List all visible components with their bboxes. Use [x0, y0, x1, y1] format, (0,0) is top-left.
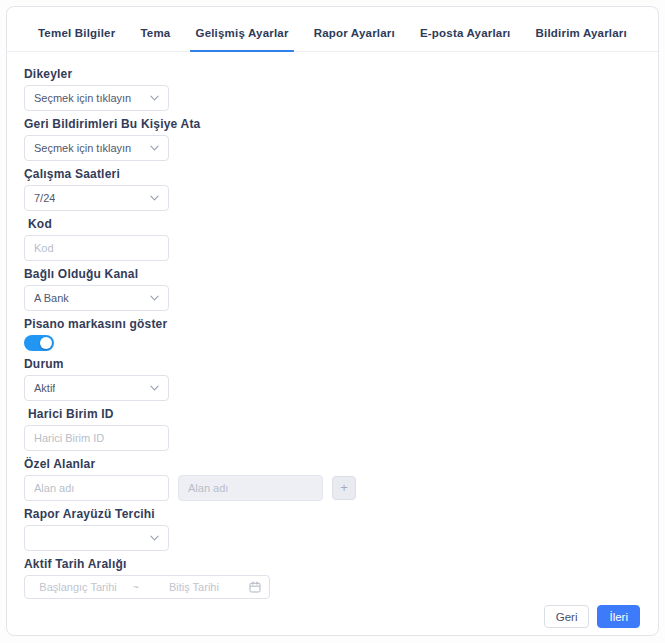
chevron-down-icon: [150, 95, 159, 101]
durum-label: Durum: [24, 357, 169, 371]
durum-select[interactable]: Aktif: [24, 375, 169, 401]
ozel-alanlar-label: Özel Alanlar: [24, 457, 356, 471]
next-button-label: İleri: [609, 611, 628, 623]
dikeyler-select[interactable]: Seçmek için tıklayın: [24, 85, 169, 111]
field-rapor-arayuzu: Rapor Arayüzü Tercihi: [24, 507, 169, 551]
date-range-separator: ~: [131, 582, 141, 593]
calisma-saatleri-label: Çalışma Saatleri: [24, 167, 169, 181]
calisma-saatleri-select-value: 7/24: [34, 192, 55, 204]
tab-rapor-ayarlari[interactable]: Rapor Ayarları: [309, 27, 400, 52]
pisano-marka-label: Pisano markasını göster: [24, 317, 167, 331]
harici-birim-id-input[interactable]: [24, 425, 169, 451]
pisano-marka-toggle[interactable]: [24, 335, 54, 351]
rapor-arayuzu-label: Rapor Arayüzü Tercihi: [24, 507, 169, 521]
plus-icon: +: [340, 480, 348, 495]
bagli-kanal-select[interactable]: A Bank: [24, 285, 169, 311]
back-button-label: Geri: [556, 611, 578, 623]
harici-birim-id-label: Harici Birim ID: [24, 407, 169, 421]
chevron-down-icon: [150, 195, 159, 201]
tab-tema[interactable]: Tema: [135, 27, 175, 52]
field-durum: Durum Aktif: [24, 357, 169, 401]
tab-eposta-ayarlari[interactable]: E-posta Ayarları: [415, 27, 516, 52]
toggle-knob: [40, 337, 52, 349]
end-date-input[interactable]: Bitiş Tarihi: [141, 581, 247, 593]
date-range-picker[interactable]: Başlangıç Tarihi ~ Bitiş Tarihi: [24, 575, 270, 599]
add-custom-field-button[interactable]: +: [332, 476, 356, 500]
chevron-down-icon: [150, 295, 159, 301]
kod-label: Kod: [24, 217, 169, 231]
field-calisma-saatleri: Çalışma Saatleri 7/24: [24, 167, 169, 211]
chevron-down-icon: [150, 385, 159, 391]
bagli-kanal-label: Bağlı Olduğu Kanal: [24, 267, 169, 281]
durum-select-value: Aktif: [34, 382, 55, 394]
tarih-araligi-label: Aktif Tarih Aralığı: [24, 557, 270, 571]
geri-bildirim-ata-select[interactable]: Seçmek için tıklayın: [24, 135, 169, 161]
kod-input[interactable]: [24, 235, 169, 261]
advanced-settings-form: Dikeyler Seçmek için tıklayın Geri Bildi…: [7, 52, 658, 605]
calisma-saatleri-select[interactable]: 7/24: [24, 185, 169, 211]
field-geri-bildirim-ata: Geri Bildirimleri Bu Kişiye Ata Seçmek i…: [24, 117, 200, 161]
ozel-alan-adi-input-1[interactable]: [24, 475, 169, 501]
field-pisano-marka: Pisano markasını göster: [24, 317, 167, 351]
calendar-icon: [249, 581, 261, 593]
back-button[interactable]: Geri: [544, 605, 590, 628]
chevron-down-icon: [150, 535, 159, 541]
field-tarih-araligi: Aktif Tarih Aralığı Başlangıç Tarihi ~ B…: [24, 557, 270, 599]
ozel-alanlar-row: +: [24, 475, 356, 501]
tab-gelismis-ayarlar[interactable]: Gelişmiş Ayarlar: [190, 27, 293, 52]
rapor-arayuzu-select[interactable]: [24, 525, 169, 551]
field-ozel-alanlar: Özel Alanlar +: [24, 457, 356, 501]
ozel-alan-adi-input-2: [178, 475, 323, 501]
wizard-footer: Geri İleri: [7, 605, 658, 636]
dikeyler-select-value: Seçmek için tıklayın: [34, 92, 131, 104]
geri-bildirim-ata-label: Geri Bildirimleri Bu Kişiye Ata: [24, 117, 200, 131]
settings-card: Temel Bilgiler Tema Gelişmiş Ayarlar Rap…: [6, 6, 659, 636]
chevron-down-icon: [150, 145, 159, 151]
field-kod: Kod: [24, 217, 169, 261]
dikeyler-label: Dikeyler: [24, 67, 169, 81]
start-date-input[interactable]: Başlangıç Tarihi: [25, 581, 131, 593]
tab-temel-bilgiler[interactable]: Temel Bilgiler: [33, 27, 120, 52]
geri-bildirim-ata-select-value: Seçmek için tıklayın: [34, 142, 131, 154]
field-harici-birim-id: Harici Birim ID: [24, 407, 169, 451]
field-bagli-kanal: Bağlı Olduğu Kanal A Bank: [24, 267, 169, 311]
tab-bildirim-ayarlari[interactable]: Bildirim Ayarları: [531, 27, 632, 52]
next-button[interactable]: İleri: [597, 605, 640, 628]
bagli-kanal-select-value: A Bank: [34, 292, 69, 304]
tab-bar: Temel Bilgiler Tema Gelişmiş Ayarlar Rap…: [7, 7, 658, 52]
field-dikeyler: Dikeyler Seçmek için tıklayın: [24, 67, 169, 111]
